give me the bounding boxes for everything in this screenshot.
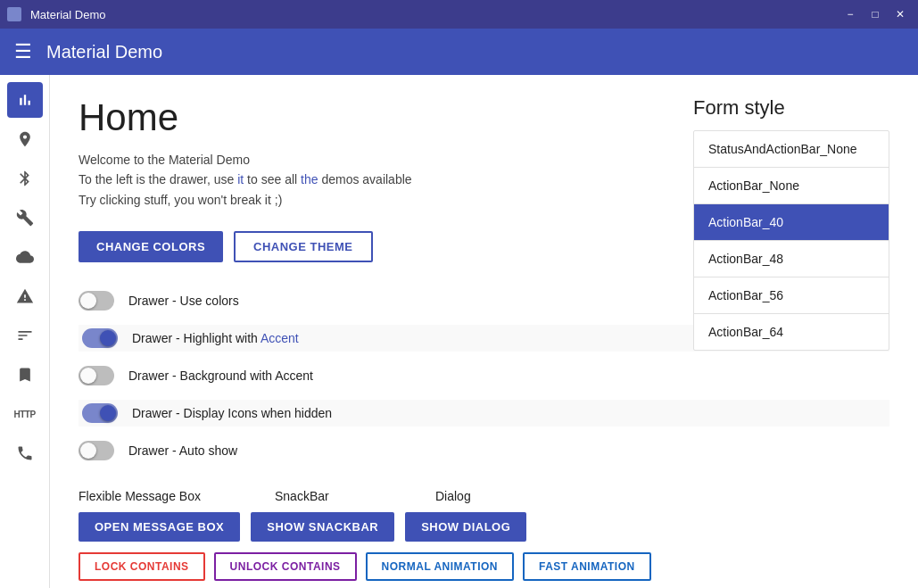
toggle-label-use-colors: Drawer - Use colors (128, 294, 239, 308)
sidebar: http (0, 75, 50, 588)
form-style-item-actionbar-64[interactable]: ActionBar_64 (694, 314, 889, 350)
sidebar-item-wrench[interactable] (7, 200, 43, 236)
lock-contains-button[interactable]: LOCK CONTAINS (79, 552, 205, 581)
main-layout: http Home Welcome to the Material Demo T… (0, 75, 918, 588)
toggle-row-bg-accent: Drawer - Background with Accent (79, 362, 889, 389)
warning-icon (16, 287, 34, 305)
form-style-item-status-actionbar-none[interactable]: StatusAndActionBar_None (694, 131, 889, 168)
form-style-item-actionbar-48[interactable]: ActionBar_48 (694, 241, 889, 277)
bookmark-icon (16, 366, 34, 384)
toggle-thumb-auto-show (80, 443, 96, 459)
sidebar-item-bar-chart[interactable] (7, 82, 43, 118)
phone-icon (16, 444, 34, 462)
location-icon (16, 130, 34, 148)
dialog-label: Dialog (435, 489, 471, 503)
minimize-button[interactable]: − (839, 4, 861, 25)
wrench-icon (16, 209, 34, 227)
sidebar-item-phone[interactable] (7, 435, 43, 471)
form-style-item-actionbar-40[interactable]: ActionBar_40 (694, 204, 889, 241)
bluetooth-icon (16, 170, 34, 187)
sidebar-item-cloud[interactable] (7, 239, 43, 275)
titlebar-controls: − □ ✕ (839, 4, 911, 25)
toggle-thumb-display-icons (100, 405, 116, 421)
app-icon (7, 7, 21, 21)
sidebar-item-http[interactable]: http (7, 396, 43, 432)
titlebar-left: Material Demo (7, 7, 106, 21)
appbar: ☰ Material Demo (0, 29, 918, 75)
bar-chart-icon (16, 91, 34, 109)
toggle-auto-show[interactable] (79, 441, 114, 460)
titlebar: Material Demo − □ ✕ (0, 0, 918, 29)
toggle-use-colors[interactable] (79, 291, 114, 311)
toggle-bg-accent[interactable] (79, 366, 114, 385)
toggle-display-icons[interactable] (82, 403, 118, 423)
restore-button[interactable]: □ (864, 4, 886, 25)
menu-icon[interactable]: ☰ (14, 40, 32, 63)
toggle-label-auto-show: Drawer - Auto show (128, 443, 237, 458)
show-snackbar-button[interactable]: SHOW SNACKBAR (251, 512, 394, 542)
cloud-icon (16, 248, 34, 266)
toggle-row-display-icons: Drawer - Display Icons when hidden (79, 400, 889, 427)
toggle-label-highlight-accent: Drawer - Highlight with Accent (132, 331, 299, 345)
action-btns-row: OPEN MESSAGE BOX SHOW SNACKBAR SHOW DIAL… (79, 512, 889, 542)
flexible-message-box-label: Flexible Message Box (79, 489, 275, 503)
sidebar-item-sort[interactable] (7, 318, 43, 353)
fast-animation-button[interactable]: FAST ANIMATION (523, 552, 651, 581)
http-label: http (13, 410, 35, 419)
change-theme-button[interactable]: CHANGE THEME (234, 231, 372, 262)
form-style-title: Form style (693, 96, 889, 120)
snackbar-label: SnackBar (275, 489, 435, 503)
sort-icon (16, 327, 34, 344)
bottom-section: Flexible Message Box SnackBar Dialog OPE… (79, 489, 889, 581)
unlock-contains-button[interactable]: UNLOCK CONTAINS (214, 552, 357, 581)
toggle-label-bg-accent: Drawer - Background with Accent (128, 369, 313, 383)
appbar-title: Material Demo (46, 42, 162, 62)
close-button[interactable]: ✕ (889, 4, 911, 25)
form-style-item-actionbar-56[interactable]: ActionBar_56 (694, 277, 889, 314)
toggle-label-display-icons: Drawer - Display Icons when hidden (132, 406, 332, 420)
sidebar-item-bookmark[interactable] (7, 357, 43, 393)
toggle-thumb-highlight-accent (100, 330, 116, 346)
bottom-labels-row: Flexible Message Box SnackBar Dialog (79, 489, 889, 503)
content-area: Home Welcome to the Material Demo To the… (50, 75, 918, 588)
form-style-list: StatusAndActionBar_None ActionBar_None A… (693, 130, 889, 351)
normal-animation-button[interactable]: NORMAL ANIMATION (366, 552, 514, 581)
form-style-item-actionbar-none[interactable]: ActionBar_None (694, 168, 889, 204)
form-style-panel: Form style StatusAndActionBar_None Actio… (693, 96, 889, 351)
titlebar-title: Material Demo (30, 8, 106, 21)
toggle-thumb-use-colors (80, 293, 96, 309)
change-colors-button[interactable]: CHANGE COLORS (79, 231, 223, 262)
toggle-highlight-accent[interactable] (82, 328, 118, 348)
outline-btns-row: LOCK CONTAINS UNLOCK CONTAINS NORMAL ANI… (79, 552, 889, 581)
sidebar-item-bluetooth[interactable] (7, 161, 43, 196)
sidebar-item-location[interactable] (7, 121, 43, 157)
show-dialog-button[interactable]: SHOW DIALOG (405, 512, 526, 542)
sidebar-item-warning[interactable] (7, 278, 43, 314)
toggle-row-auto-show: Drawer - Auto show (79, 437, 889, 464)
toggle-thumb-bg-accent (80, 368, 96, 384)
open-message-box-button[interactable]: OPEN MESSAGE BOX (79, 512, 240, 542)
